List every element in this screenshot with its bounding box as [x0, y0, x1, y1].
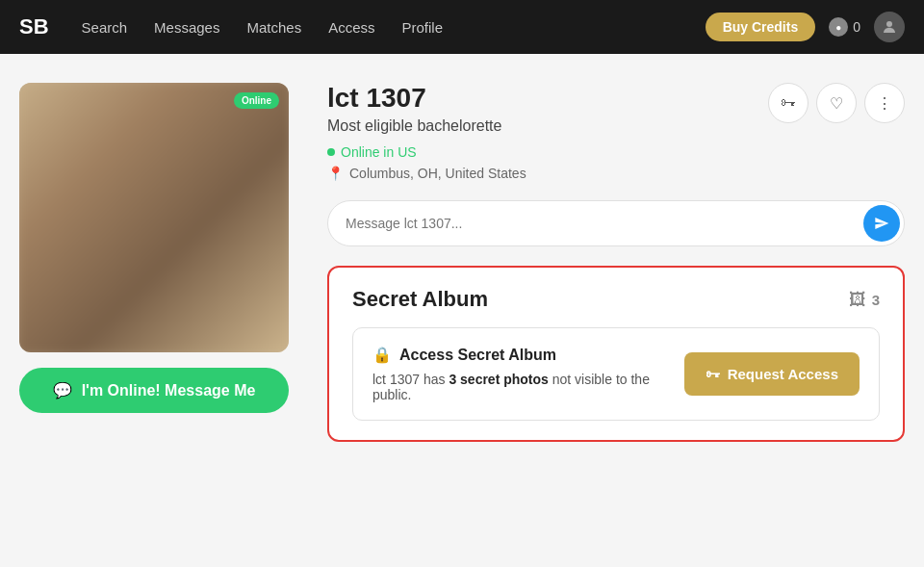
- location-icon: 📍: [327, 166, 344, 181]
- request-access-label: Request Access: [728, 366, 838, 382]
- secret-album-title: Secret Album: [352, 287, 488, 312]
- nav-matches[interactable]: Matches: [237, 13, 311, 41]
- profile-header: lct 1307 Most eligible bachelorette Onli…: [327, 83, 905, 181]
- lock-icon: 🔒: [372, 346, 392, 364]
- navbar: SB Search Messages Matches Access Profil…: [0, 0, 924, 54]
- send-button[interactable]: [863, 205, 900, 242]
- main-content: Online 💬 I'm Online! Message Me lct 1307…: [0, 54, 924, 471]
- message-me-button[interactable]: 💬 I'm Online! Message Me: [19, 368, 289, 413]
- more-icon: ⋮: [877, 94, 892, 113]
- profile-name: lct 1307: [327, 83, 768, 114]
- message-row: [327, 200, 905, 246]
- buy-credits-button[interactable]: Buy Credits: [706, 13, 816, 41]
- access-info: 🔒 Access Secret Album lct 1307 has 3 sec…: [372, 346, 669, 402]
- request-access-button[interactable]: 🗝 Request Access: [684, 352, 860, 396]
- image-icon: 🖼: [849, 290, 866, 310]
- photo-count: 3: [872, 292, 880, 308]
- online-status: Online in US: [327, 144, 768, 160]
- nav-right: Buy Credits ● 0: [706, 12, 905, 42]
- profile-tagline: Most eligible bachelorette: [327, 117, 768, 135]
- blurred-image: [19, 83, 289, 352]
- access-title: 🔒 Access Secret Album: [372, 346, 669, 364]
- profile-photo: Online: [19, 83, 289, 352]
- right-column: lct 1307 Most eligible bachelorette Onli…: [327, 83, 905, 442]
- message-input[interactable]: [346, 216, 854, 231]
- location: 📍 Columbus, OH, United States: [327, 166, 768, 181]
- svg-point-0: [886, 21, 892, 27]
- left-column: Online 💬 I'm Online! Message Me: [19, 83, 289, 442]
- key-action-button[interactable]: 🗝: [768, 83, 808, 123]
- request-access-icon: 🗝: [706, 366, 720, 382]
- nav-profile[interactable]: Profile: [393, 13, 453, 41]
- online-photo-badge: Online: [234, 92, 279, 109]
- heart-icon: ♡: [830, 94, 843, 113]
- message-me-label: I'm Online! Message Me: [82, 382, 256, 399]
- access-desc-prefix: lct 1307 has: [372, 372, 449, 387]
- logo: SB: [19, 14, 49, 39]
- credits-count: 0: [853, 19, 860, 35]
- message-me-icon: 💬: [53, 381, 72, 399]
- profile-actions: 🗝 ♡ ⋮: [768, 83, 905, 123]
- secret-album-header: Secret Album 🖼 3: [352, 287, 880, 312]
- credits-badge: ● 0: [829, 17, 860, 37]
- online-status-text: Online in US: [341, 144, 417, 160]
- access-title-text: Access Secret Album: [399, 347, 556, 364]
- nav-access[interactable]: Access: [319, 13, 384, 41]
- online-dot: [327, 148, 335, 156]
- coin-icon: ●: [829, 17, 848, 37]
- send-icon: [874, 216, 889, 231]
- secret-album-card: Secret Album 🖼 3 🔒 Access Secret Album l…: [327, 266, 905, 442]
- secret-album-body: 🔒 Access Secret Album lct 1307 has 3 sec…: [352, 327, 880, 421]
- secret-album-meta: 🖼 3: [849, 290, 880, 310]
- nav-search[interactable]: Search: [72, 13, 138, 41]
- nav-messages[interactable]: Messages: [144, 13, 229, 41]
- user-avatar[interactable]: [874, 12, 905, 42]
- access-desc-bold: 3 secret photos: [449, 372, 548, 387]
- favorite-button[interactable]: ♡: [816, 83, 857, 123]
- profile-info: lct 1307 Most eligible bachelorette Onli…: [327, 83, 768, 181]
- access-description: lct 1307 has 3 secret photos not visible…: [372, 372, 669, 402]
- more-options-button[interactable]: ⋮: [864, 83, 905, 123]
- key-icon: 🗝: [781, 94, 796, 112]
- location-text: Columbus, OH, United States: [349, 166, 526, 181]
